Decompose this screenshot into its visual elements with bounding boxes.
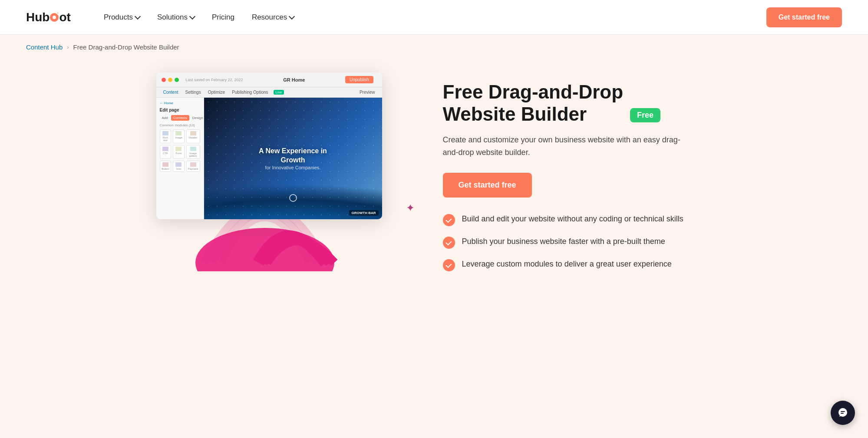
- save-status: Last saved on February 22, 2022: [186, 78, 243, 82]
- publish-button[interactable]: Unpublish: [345, 76, 373, 83]
- modules-label: Common modules (13): [160, 123, 200, 127]
- chat-button[interactable]: [831, 401, 855, 425]
- editor-nav-bar: Content Settings Optimize Publishing Opt…: [156, 87, 382, 98]
- check-icon-3: [443, 259, 455, 271]
- module-item[interactable]: Image gallery: [186, 145, 200, 159]
- nav-get-started-button[interactable]: Get started free: [766, 7, 842, 27]
- contents-tab[interactable]: Contents: [171, 115, 189, 121]
- logo[interactable]: Hub ot: [26, 10, 71, 24]
- breadcrumb-link[interactable]: Content Hub: [26, 43, 63, 51]
- module-item[interactable]: Button: [160, 161, 172, 172]
- page-title-bar: GR Home: [246, 77, 343, 82]
- title-row: Free Drag-and-Drop Website Builder Free: [443, 81, 712, 125]
- browser-window-controls: [162, 78, 179, 82]
- free-badge: Free: [630, 108, 660, 122]
- chevron-down-icon: [289, 13, 295, 20]
- navigation: Hub ot Products Solutions Pricing Resour…: [0, 0, 868, 35]
- live-badge: Live: [274, 90, 284, 95]
- module-item[interactable]: Header: [186, 129, 200, 143]
- feature-item-2: Publish your business website faster wit…: [443, 236, 712, 249]
- editor-sidebar: ← Home Edit page Add Contents Design Com…: [156, 98, 204, 219]
- preview-overlay-text: A New Experience in Growth for Innovativ…: [248, 147, 337, 170]
- module-item[interactable]: Image: [173, 129, 185, 143]
- breadcrumb-separator: ›: [67, 44, 69, 50]
- product-description: Create and customize your own business w…: [443, 134, 695, 159]
- svg-rect-3: [841, 413, 844, 414]
- hero-content: Free Drag-and-Drop Website Builder Free …: [443, 72, 712, 271]
- module-item[interactable]: CTA: [160, 145, 172, 159]
- maximize-window-dot: [175, 78, 179, 82]
- chat-icon: [837, 407, 848, 418]
- module-item[interactable]: Form: [173, 145, 185, 159]
- feature-text-2: Publish your business website faster wit…: [462, 236, 665, 247]
- preview-btn[interactable]: Preview: [356, 89, 379, 96]
- chevron-down-icon: [135, 13, 141, 20]
- sparkle-icon: ✦: [406, 203, 415, 213]
- growthbar-badge: GROWTH BAR: [349, 210, 379, 216]
- cursor-indicator: [289, 194, 297, 202]
- feature-list: Build and edit your website without any …: [443, 213, 712, 271]
- optimize-tab[interactable]: Optimize: [205, 89, 228, 96]
- nav-links: Products Solutions Pricing Resources: [97, 9, 766, 26]
- browser-mockup: Last saved on February 22, 2022 GR Home …: [156, 72, 382, 219]
- content-tab[interactable]: Content: [160, 89, 182, 96]
- svg-rect-2: [841, 411, 845, 412]
- browser-toolbar: Last saved on February 22, 2022 GR Home …: [156, 72, 382, 87]
- publishing-options-tab[interactable]: Publishing Options: [228, 89, 271, 96]
- nav-item-pricing[interactable]: Pricing: [205, 9, 241, 26]
- svg-point-0: [195, 228, 334, 271]
- chevron-down-icon: [189, 13, 195, 20]
- breadcrumb-current: Free Drag-and-Drop Website Builder: [73, 43, 179, 51]
- nav-item-solutions[interactable]: Solutions: [150, 9, 201, 26]
- nav-item-resources[interactable]: Resources: [245, 9, 301, 26]
- add-tab[interactable]: Add: [160, 115, 170, 121]
- close-window-dot: [162, 78, 166, 82]
- logo-text: Hub ot: [26, 10, 71, 24]
- product-title: Free Drag-and-Drop Website Builder: [443, 81, 624, 125]
- module-item[interactable]: Payment: [186, 161, 200, 172]
- editor-preview-pane: A New Experience in Growth for Innovativ…: [204, 98, 382, 219]
- check-icon-1: [443, 214, 455, 226]
- design-tab[interactable]: Design: [190, 115, 204, 121]
- main-content: ✦ ✦ ✦ Last saved on February 22, 2022 GR…: [130, 55, 738, 297]
- check-icon-2: [443, 237, 455, 249]
- hero-image-area: ✦ ✦ ✦ Last saved on February 22, 2022 GR…: [156, 72, 408, 219]
- hero-cta-button[interactable]: Get started free: [443, 173, 532, 198]
- breadcrumb: Content Hub › Free Drag-and-Drop Website…: [0, 35, 868, 55]
- module-item[interactable]: Icon: [173, 161, 185, 172]
- panel-tabs: Add Contents Design: [160, 115, 200, 121]
- back-link[interactable]: ← Home: [160, 101, 174, 105]
- module-item[interactable]: Rich text: [160, 129, 172, 143]
- minimize-window-dot: [168, 78, 172, 82]
- nav-item-products[interactable]: Products: [97, 9, 147, 26]
- settings-tab[interactable]: Settings: [182, 89, 205, 96]
- module-grid: Rich text Image Header CTA: [160, 129, 200, 172]
- editor-body: ← Home Edit page Add Contents Design Com…: [156, 98, 382, 219]
- feature-item-1: Build and edit your website without any …: [443, 213, 712, 226]
- feature-item-3: Leverage custom modules to deliver a gre…: [443, 258, 712, 271]
- feature-text-3: Leverage custom modules to deliver a gre…: [462, 258, 672, 270]
- back-nav: ← Home: [160, 101, 200, 105]
- feature-text-1: Build and edit your website without any …: [462, 213, 683, 225]
- panel-title: Edit page: [160, 108, 200, 112]
